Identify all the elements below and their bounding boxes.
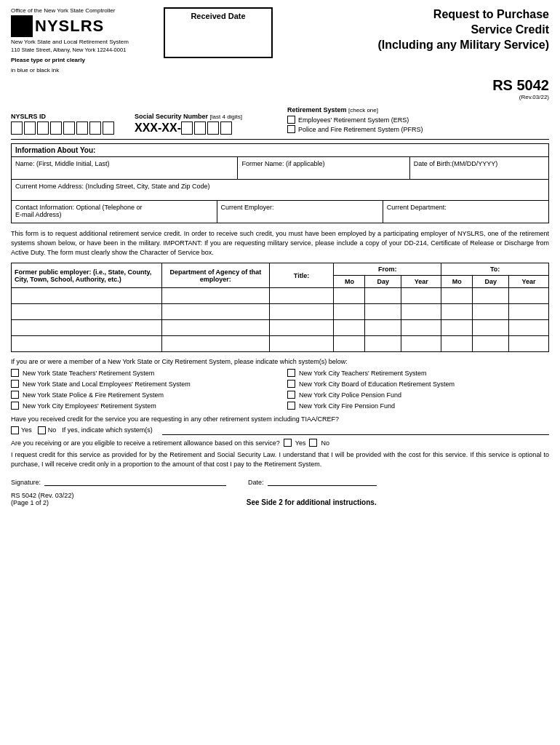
ers-checkbox[interactable] xyxy=(287,116,295,124)
sys-checkbox-6[interactable] xyxy=(287,380,295,388)
dept-cell[interactable] xyxy=(161,336,269,352)
from-mo: Mo xyxy=(334,276,365,288)
dob-cell[interactable]: Date of Birth:(MM/DD/YYYY) xyxy=(410,157,548,179)
employer-cell[interactable]: Current Employer: xyxy=(217,201,383,223)
name-cell[interactable]: Name: (First, Middle Initial, Last) xyxy=(12,157,238,179)
id-box-5[interactable] xyxy=(63,121,75,135)
from-year-cell[interactable] xyxy=(401,336,441,352)
info-section: Information About You: Name: (First, Mid… xyxy=(11,143,549,223)
tiaa-no-checkbox[interactable] xyxy=(38,426,46,434)
sys-checkbox-3[interactable] xyxy=(11,391,19,399)
tiaa-checkboxes: Yes No If yes, indicate which system(s) xyxy=(11,425,549,435)
sys-row-3: New York State Police & Fire Retirement … xyxy=(11,391,273,399)
footer-left: RS 5042 (Rev. 03/22) (Page 1 of 2) xyxy=(11,492,73,506)
contact-cell[interactable]: Contact Information: Optional (Telephone… xyxy=(12,201,217,223)
to-day-cell[interactable] xyxy=(473,288,509,304)
allowance-question: Are you receiving or are you eligible to… xyxy=(11,439,280,447)
ssn-box-1[interactable] xyxy=(181,121,193,135)
to-year-cell[interactable] xyxy=(509,288,549,304)
signature-line[interactable] xyxy=(44,476,226,486)
main-title: Request to Purchase Service Credit (Incl… xyxy=(273,7,549,52)
col-employer-header: Former public employer: (i.e., State, Co… xyxy=(12,263,162,288)
to-mo-cell[interactable] xyxy=(441,336,473,352)
ssn-box-4[interactable] xyxy=(220,121,232,135)
ssn-label: Social Security Number [last 4 digits] xyxy=(135,113,280,120)
nyslrs-logo: NYSLRS xyxy=(11,15,156,37)
pfrs-label: Police and Fire Retirement System (PFRS) xyxy=(298,126,423,133)
to-mo-cell[interactable] xyxy=(441,304,473,320)
signature-row: Signature: Date: xyxy=(11,476,549,486)
dept-cell[interactable] xyxy=(161,304,269,320)
date-line[interactable] xyxy=(268,476,377,486)
to-mo-cell[interactable] xyxy=(441,288,473,304)
allowance-yes-checkbox[interactable] xyxy=(284,439,292,447)
from-year-cell[interactable] xyxy=(401,304,441,320)
to-year-cell[interactable] xyxy=(509,336,549,352)
to-year-cell[interactable] xyxy=(509,320,549,336)
emp-cell[interactable] xyxy=(12,320,162,336)
id-boxes xyxy=(11,121,127,135)
emp-cell[interactable] xyxy=(12,304,162,320)
tiaa-if-yes-label: If yes, indicate which system(s) xyxy=(62,426,153,434)
tiaa-input-line[interactable] xyxy=(162,425,549,435)
id-box-8[interactable] xyxy=(103,121,114,135)
id-box-6[interactable] xyxy=(76,121,88,135)
title-cell[interactable] xyxy=(269,320,334,336)
sys-label-8: New York City Fire Pension Fund xyxy=(299,402,395,410)
allowance-no-checkbox[interactable] xyxy=(309,439,317,447)
sys-checkbox-8[interactable] xyxy=(287,402,295,410)
from-mo-cell[interactable] xyxy=(334,304,365,320)
title-cell[interactable] xyxy=(269,304,334,320)
rs-number-area: RS 5042 (Rev.03/22) xyxy=(492,77,549,100)
tiaa-question: Have you received credit for the service… xyxy=(11,415,339,423)
sys-checkbox-7[interactable] xyxy=(287,391,295,399)
id-box-4[interactable] xyxy=(50,121,62,135)
to-mo: Mo xyxy=(441,276,473,288)
to-day-cell[interactable] xyxy=(473,304,509,320)
logo-area: Office of the New York State Comptroller… xyxy=(11,7,156,73)
to-mo-cell[interactable] xyxy=(441,320,473,336)
sys-checkbox-4[interactable] xyxy=(11,402,19,410)
id-box-7[interactable] xyxy=(89,121,101,135)
tiaa-yes-checkbox[interactable] xyxy=(11,426,19,434)
emp-cell[interactable] xyxy=(12,336,162,352)
from-day-cell[interactable] xyxy=(365,320,401,336)
from-day-cell[interactable] xyxy=(365,288,401,304)
emp-cell[interactable] xyxy=(12,288,162,304)
department-cell[interactable]: Current Department: xyxy=(383,201,548,223)
sys-label-5: New York City Teachers' Retirement Syste… xyxy=(299,370,427,377)
from-day-cell[interactable] xyxy=(365,336,401,352)
id-box-1[interactable] xyxy=(11,121,23,135)
dept-cell[interactable] xyxy=(161,320,269,336)
to-header: To: xyxy=(441,263,549,276)
sys-checkbox-5[interactable] xyxy=(287,369,295,377)
tiaa-section: Have you received credit for the service… xyxy=(11,415,549,435)
title-cell[interactable] xyxy=(269,336,334,352)
title-cell[interactable] xyxy=(269,288,334,304)
ssn-box-2[interactable] xyxy=(194,121,206,135)
former-name-cell[interactable]: Former Name: (if applicable) xyxy=(238,157,409,179)
sys-checkbox-2[interactable] xyxy=(11,380,19,388)
id-box-3[interactable] xyxy=(37,121,49,135)
id-box-2[interactable] xyxy=(24,121,36,135)
from-year-cell[interactable] xyxy=(401,288,441,304)
address-cell[interactable]: Current Home Address: (Including Street,… xyxy=(12,180,548,200)
sys-row-4: New York City Employees' Retirement Syst… xyxy=(11,402,273,410)
sys-row-2: New York State and Local Employees' Reti… xyxy=(11,380,273,388)
ssn-box-3[interactable] xyxy=(207,121,219,135)
sys-checkbox-1[interactable] xyxy=(11,369,19,377)
from-mo-cell[interactable] xyxy=(334,336,365,352)
to-day-cell[interactable] xyxy=(473,336,509,352)
from-year-cell[interactable] xyxy=(401,320,441,336)
dept-cell[interactable] xyxy=(161,288,269,304)
title-area: Request to Purchase Service Credit (Incl… xyxy=(273,7,549,52)
pfrs-checkbox[interactable] xyxy=(287,125,295,133)
to-year-cell[interactable] xyxy=(509,304,549,320)
date-label: Date: xyxy=(248,479,264,486)
from-mo-cell[interactable] xyxy=(334,288,365,304)
table-row xyxy=(12,336,549,352)
from-day-cell[interactable] xyxy=(365,304,401,320)
footer-center: See Side 2 for additional instructions. xyxy=(247,498,377,506)
to-day-cell[interactable] xyxy=(473,320,509,336)
from-mo-cell[interactable] xyxy=(334,320,365,336)
